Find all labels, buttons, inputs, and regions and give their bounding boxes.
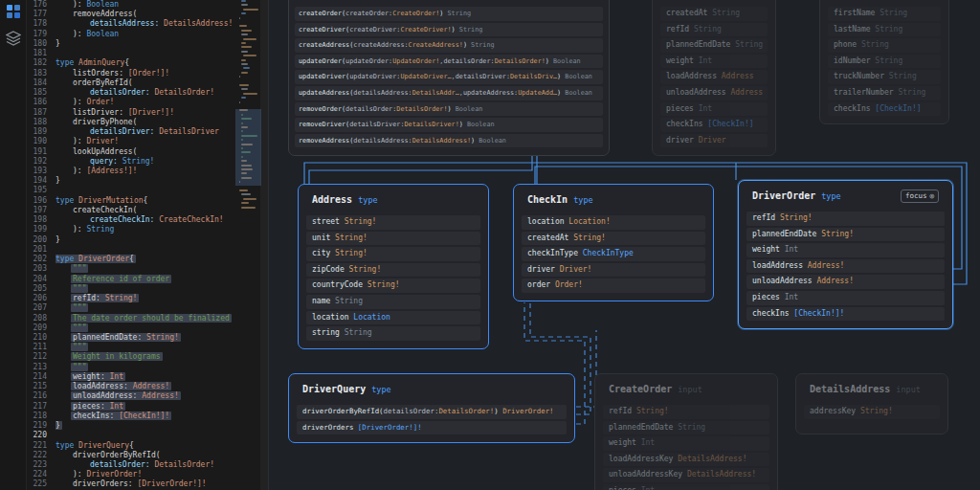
code-line[interactable]: 208The date order should be finalized: [27, 314, 237, 323]
code-line[interactable]: 221type DriverQuery{: [27, 441, 237, 451]
code-line[interactable]: 185detailsOrder: DetailsOrder!: [27, 88, 237, 98]
field-row[interactable]: string String: [306, 326, 480, 341]
field-row[interactable]: updateAddress(detailsAddress:DetailsAddr…: [295, 86, 603, 100]
code-line[interactable]: 176): Boolean: [27, 0, 237, 10]
field-row[interactable]: plannedEndDate String!: [746, 228, 945, 242]
code-line[interactable]: 215loadAddress: Address!: [27, 382, 237, 391]
field-row[interactable]: idNumber String: [828, 55, 941, 69]
field-row[interactable]: pieces Int: [603, 484, 769, 490]
graphql-visualizer-icon[interactable]: [5, 3, 22, 20]
field-row[interactable]: removeDriver(detailsDriver:DetailsDriver…: [295, 118, 603, 132]
code-line[interactable]: 224): DriverOrder!: [27, 470, 237, 479]
type-card-checkin[interactable]: CheckIntypelocation Location!createdAt S…: [513, 184, 714, 301]
field-row[interactable]: phone String: [828, 38, 941, 53]
field-row[interactable]: driverOrderByRefId(detailsOrder:DetailsO…: [297, 405, 567, 419]
field-row[interactable]: plannedEndDate String: [660, 38, 768, 53]
field-row[interactable]: pieces Int: [660, 102, 768, 117]
code-lines[interactable]: 176): Boolean177removeAddress(178details…: [27, 0, 237, 490]
field-row[interactable]: weight Int: [660, 55, 768, 69]
field-row[interactable]: refId String: [660, 23, 768, 37]
field-row[interactable]: weight Int: [603, 436, 769, 451]
code-line[interactable]: 205""": [27, 284, 237, 294]
field-row[interactable]: driver Driver: [660, 134, 768, 148]
code-line[interactable]: 177removeAddress(: [27, 10, 237, 19]
field-row[interactable]: updateDriver(updateDriver:UpdateDriver…,…: [295, 70, 603, 84]
field-row[interactable]: loadAddress Address: [660, 70, 768, 84]
field-row[interactable]: loadAddress Address!: [746, 259, 945, 274]
code-line[interactable]: 186): Order!: [27, 98, 237, 107]
field-row[interactable]: countryCode String!: [306, 278, 480, 293]
code-line[interactable]: 194}: [27, 176, 237, 186]
minimap[interactable]: [237, 0, 260, 490]
field-row[interactable]: checkInType CheckInType: [522, 247, 705, 261]
field-row[interactable]: checkIns [CheckIn!]!: [746, 307, 945, 322]
code-line[interactable]: 200}: [27, 235, 237, 245]
code-line[interactable]: 181: [27, 49, 237, 58]
code-line[interactable]: 225driverOrders: [DriverOrder!]!: [27, 479, 237, 489]
field-row[interactable]: weight Int: [746, 243, 945, 257]
type-card-createorder[interactable]: CreateOrderinputrefId String!plannedEndD…: [594, 373, 778, 490]
field-row[interactable]: unloadAddressKey DetailsAddress!: [603, 468, 769, 482]
field-row[interactable]: refId String!: [746, 212, 945, 226]
field-row[interactable]: firstName String: [828, 7, 941, 21]
field-row[interactable]: removeAddress(detailsAddress:DetailsAddr…: [295, 134, 603, 148]
code-line[interactable]: 197createCheckIn(: [27, 206, 237, 215]
code-line[interactable]: 196type DriverMutation{: [27, 196, 237, 206]
code-line[interactable]: 179): Boolean: [27, 30, 237, 39]
graphql-schema-graph[interactable]: createOrder(createOrder:CreateOrder!) St…: [268, 0, 980, 490]
code-line[interactable]: 207""": [27, 303, 237, 313]
code-line[interactable]: 213""": [27, 363, 237, 372]
code-line[interactable]: 191lookUpAddress(: [27, 147, 237, 157]
field-row[interactable]: createDriver(createDriver:CreateDriver!)…: [295, 23, 603, 37]
field-row[interactable]: checkIns [CheckIn!]: [660, 118, 768, 132]
type-card-driver[interactable]: firstName StringlastName Stringphone Str…: [819, 0, 949, 124]
field-row[interactable]: createdAt String: [660, 7, 768, 21]
code-line[interactable]: 223detailsOrder: DetailsOrder!: [27, 460, 237, 470]
field-row[interactable]: driver Driver!: [522, 263, 705, 278]
code-line[interactable]: 201: [27, 245, 237, 255]
code-line[interactable]: 219}: [27, 421, 237, 431]
code-line[interactable]: 180}: [27, 39, 237, 49]
editor-scrollbar[interactable]: [260, 0, 268, 490]
field-row[interactable]: truckNumber String: [828, 70, 941, 84]
code-line[interactable]: 218checkIns: [CheckIn!]!: [27, 412, 237, 421]
code-line[interactable]: 206refId: String!: [27, 294, 237, 303]
field-row[interactable]: trailerNumber String: [828, 86, 941, 100]
field-row[interactable]: zipCode String!: [306, 263, 480, 278]
field-row[interactable]: plannedEndDate String: [603, 421, 769, 435]
code-line[interactable]: 192query: String!: [27, 157, 237, 167]
field-row[interactable]: location Location: [306, 311, 480, 325]
field-row[interactable]: street String!: [306, 215, 480, 230]
field-row[interactable]: driverOrders [DriverOrder!]!: [297, 421, 567, 435]
field-row[interactable]: unloadAddress Address!: [746, 275, 945, 289]
field-row[interactable]: pieces Int: [746, 291, 945, 305]
code-line[interactable]: 178detailsAddress: DetailsAddress!: [27, 19, 237, 29]
field-row[interactable]: unloadAddress Address: [660, 86, 768, 100]
field-row[interactable]: createAddress(createAddress:CreateAddres…: [295, 38, 603, 53]
type-card-address[interactable]: Addresstypestreet String!unit String!cit…: [298, 184, 489, 349]
layers-icon[interactable]: [5, 30, 22, 47]
field-row[interactable]: name String: [306, 295, 480, 309]
code-line[interactable]: 204Reference id of order: [27, 275, 237, 284]
code-line[interactable]: 216unloadAddress: Address!: [27, 391, 237, 401]
code-line[interactable]: 214weight: Int: [27, 372, 237, 382]
field-row[interactable]: city String!: [306, 247, 480, 261]
code-line[interactable]: 199): String: [27, 225, 237, 234]
code-line[interactable]: 195: [27, 186, 237, 195]
field-row[interactable]: updateOrder(updateOrder:UpdateOrder!,det…: [295, 55, 603, 69]
type-card-driverorder[interactable]: DriverOrdertypefocus◎refId String!planne…: [738, 180, 953, 329]
field-row[interactable]: refId String!: [603, 405, 769, 419]
field-row[interactable]: loadAddressKey DetailsAddress!: [603, 453, 769, 467]
field-row[interactable]: removeOrder(detailsOrder:DetailsOrder!) …: [295, 102, 603, 117]
code-line[interactable]: 220: [27, 431, 237, 440]
field-row[interactable]: unit String!: [306, 232, 480, 246]
field-row[interactable]: order Order!: [522, 278, 705, 293]
type-card-order[interactable]: createdAt StringrefId StringplannedEndDa…: [652, 0, 776, 156]
code-line[interactable]: 184orderByRefId(: [27, 78, 237, 88]
field-row[interactable]: location Location!: [522, 215, 705, 230]
code-line[interactable]: 183listOrders: [Order!]!: [27, 69, 237, 78]
code-line[interactable]: 188driverByPhone(: [27, 118, 237, 127]
field-row[interactable]: addressKey String!: [804, 405, 940, 419]
code-line[interactable]: 217pieces: Int: [27, 402, 237, 412]
code-line[interactable]: 193): [Address!]!: [27, 167, 237, 176]
